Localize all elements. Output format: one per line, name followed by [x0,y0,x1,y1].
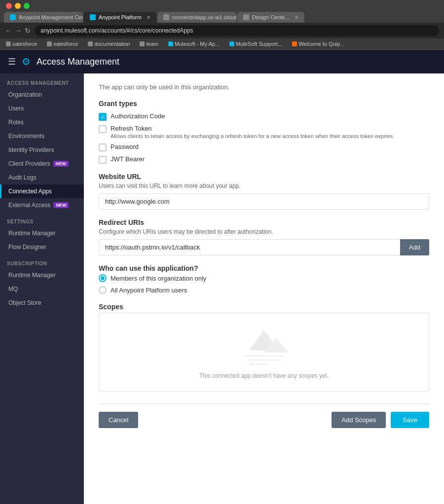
browser-chrome: Anypoint Management Center ✕ Anypoint Pl… [0,0,444,50]
sidebar-item-runtime-manager[interactable]: Runtime Manager [0,226,84,240]
bookmark-favicon [292,41,297,46]
sidebar-item-label: MQ [8,286,18,292]
sidebar-item-label: Identity Providers [8,146,54,153]
website-url-sublabel: Users can visit this URL to learn more a… [99,182,429,189]
browser-tabs: Anypoint Management Center ✕ Anypoint Pl… [4,12,440,23]
sidebar-section-access-management: ACCESS MANAGEMENT [0,73,84,88]
add-redirect-uri-button[interactable]: Add [400,239,429,255]
sidebar-item-runtime-manager-2[interactable]: Runtime Manager [0,268,84,282]
close-dot[interactable] [6,3,12,9]
bookmark-favicon [140,41,145,46]
hamburger-menu[interactable]: ☰ [8,56,16,67]
main-content: The app can only be used in this organiz… [84,73,444,504]
grant-label-jwt-bearer: JWT Bearer [111,155,145,163]
bookmark-team[interactable]: team [138,40,160,48]
radio-label-members-only: Members of this organization only [111,275,206,282]
browser-tab-4[interactable]: Design Cente... ✕ [237,12,304,23]
refresh-token-subtext: Allows clients to retain access by excha… [111,133,394,139]
nav-buttons: ← → ↻ [5,27,31,35]
sidebar-item-label: Runtime Manager [8,230,55,237]
website-url-section: Website URL Users can visit this URL to … [99,173,429,210]
actions-bar: Cancel Add Scopes Save [99,403,429,428]
redirect-uri-input[interactable] [99,239,400,255]
tab-close-4[interactable]: ✕ [295,15,298,20]
svg-rect-2 [244,355,284,357]
scopes-section: Scopes This connected app doesn't have a… [99,303,429,392]
cancel-button[interactable]: Cancel [99,412,138,428]
checkbox-jwt-bearer[interactable] [99,156,107,164]
right-actions: Add Scopes Save [332,412,429,428]
website-url-input[interactable] [99,193,429,210]
grant-label-password: Password [111,143,139,150]
who-can-use-section: Who can use this application? Members of… [99,264,429,294]
redirect-uris-sublabel: Configure which URIs users may be direct… [99,228,429,235]
notice-text: The app can only be used in this organiz… [99,83,429,91]
back-button[interactable]: ← [5,27,12,35]
svg-rect-3 [247,359,281,361]
scopes-illustration [234,325,294,366]
sidebar-item-label: Environments [8,133,44,140]
sidebar-section-settings: SETTINGS [0,212,84,226]
radio-circle-all-users [99,286,107,294]
bookmark-favicon [6,41,11,46]
sidebar-item-audit-logs[interactable]: Audit Logs [0,171,84,184]
sidebar-item-label: Users [8,105,24,112]
radio-circle-members-only [99,274,107,282]
grant-type-jwt-bearer: JWT Bearer [99,155,429,164]
bookmark-mulesoft-app[interactable]: Mulesoft - My Ap... [166,40,222,48]
grant-label-refresh-token: Refresh Token [111,125,394,132]
bookmark-salesforce-1[interactable]: salesforce [4,40,39,48]
tab-favicon-3 [163,14,169,20]
sidebar-item-organization[interactable]: Organization [0,88,84,102]
sidebar-item-label: External Access [8,202,50,209]
bookmark-documentation[interactable]: documentation [86,40,132,48]
sidebar-item-label: Flow Designer [8,244,46,251]
maximize-dot[interactable] [24,3,30,9]
sidebar-item-external-access[interactable]: External Access NEW [0,198,84,212]
address-bar: ← → ↻ [0,23,444,38]
grant-types-section: Grant types ✓ Authorization Code Refresh… [99,100,429,164]
radio-label-all-users: All Anypoint Platform users [111,287,187,294]
minimize-dot[interactable] [15,3,21,9]
reload-button[interactable]: ↻ [25,27,31,35]
sidebar-item-object-store[interactable]: Object Store [0,296,84,310]
sidebar-item-label: Organization [8,91,42,98]
browser-tab-3[interactable]: connectedapp.us-w1.cloudhub... ✕ [157,12,236,23]
checkbox-authorization-code[interactable]: ✓ [99,113,107,121]
who-can-use-label: Who can use this application? [99,264,429,272]
checkbox-refresh-token[interactable] [99,125,107,133]
sidebar-item-users[interactable]: Users [0,102,84,115]
bookmark-quip[interactable]: Welcome to Quip... [290,40,346,48]
sidebar-item-label: Audit Logs [8,174,37,181]
bookmark-mulesoft-support[interactable]: MuleSoft Support... [227,40,284,48]
scopes-box: This connected app doesn't have any scop… [99,313,429,392]
sidebar-item-connected-apps[interactable]: Connected Apps [0,184,84,198]
browser-tab-1[interactable]: Anypoint Management Center ✕ [4,12,83,23]
bookmark-salesforce-2[interactable]: salesforce [45,40,80,48]
new-badge-client-providers: NEW [53,161,69,167]
checkbox-password[interactable] [99,144,107,151]
sidebar-item-roles[interactable]: Roles [0,115,84,129]
sidebar-item-flow-designer[interactable]: Flow Designer [0,240,84,254]
sidebar-item-mq[interactable]: MQ [0,282,84,296]
browser-tab-2[interactable]: Anypoint Platform ✕ [84,12,156,23]
sidebar-item-environments[interactable]: Environments [0,129,84,143]
tab-close-2[interactable]: ✕ [147,15,150,20]
new-badge-external-access: NEW [53,202,69,208]
bookmark-favicon [47,41,52,46]
empty-state-illustration [234,325,294,365]
bookmark-favicon [229,41,234,46]
sidebar-item-client-providers[interactable]: Client Providers NEW [0,157,84,171]
website-url-label: Website URL [99,173,429,180]
sidebar-item-label: Roles [8,119,24,126]
grant-types-label: Grant types [99,100,429,108]
sidebar-item-identity-providers[interactable]: Identity Providers [0,143,84,157]
radio-members-only[interactable]: Members of this organization only [99,274,429,282]
address-input[interactable] [35,25,439,36]
forward-button[interactable]: → [15,27,22,35]
redirect-uris-section: Redirect URIs Configure which URIs users… [99,218,429,255]
radio-all-users[interactable]: All Anypoint Platform users [99,286,429,294]
save-button[interactable]: Save [391,412,429,428]
add-scopes-button[interactable]: Add Scopes [332,412,386,428]
svg-rect-4 [249,363,269,365]
